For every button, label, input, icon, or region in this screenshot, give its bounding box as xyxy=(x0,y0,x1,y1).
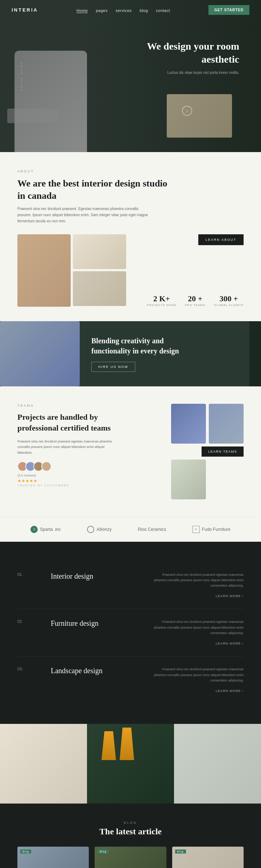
stat-clients-label: GLOBAL CLIENTS xyxy=(214,303,244,307)
partner-fudo: ✕ Fudo Furniture xyxy=(192,526,231,533)
team-photo-img-2 xyxy=(209,404,244,444)
hire-us-button[interactable]: HIRE US NOW xyxy=(91,362,135,372)
hero-table xyxy=(167,94,232,138)
service-desc-3: Praesent ulna nec tincidunt praesent ege… xyxy=(149,667,244,683)
partner-label-sparta: Sparta .inc xyxy=(40,527,61,532)
stat-projects-num: 2 K+ xyxy=(147,294,176,303)
gallery-lamp-scene xyxy=(87,724,174,804)
partner-icon-fudo: ✕ xyxy=(192,526,200,533)
service-num-2: 02. xyxy=(17,619,39,624)
teams-left: TEAMS Projects are handled by profession… xyxy=(17,404,160,499)
learn-about-button[interactable]: LEARN ABOUT xyxy=(198,234,244,245)
stat-projects-label: PROJECTS DONE xyxy=(147,303,176,307)
gallery-item-2 xyxy=(87,724,174,804)
team-photo-3 xyxy=(171,460,206,499)
service-right-1: Praesent ulna nec tincidunt praesent ege… xyxy=(149,572,244,599)
service-right-3: Praesent ulna nec tincidunt praesent ege… xyxy=(149,667,244,693)
service-right-2: Praesent ulna nec tincidunt praesent ege… xyxy=(149,619,244,646)
main-nav: INTERIA Home pages services blog contact… xyxy=(0,0,261,20)
service-num-1: 01. xyxy=(17,572,39,576)
partner-label-fudo: Fudo Furniture xyxy=(202,527,231,532)
blog-card-img-1: Blog xyxy=(17,847,89,868)
service-interior: 01. Interior design Praesent ulna nec ti… xyxy=(17,562,244,609)
about-right-content: LEARN ABOUT 2 K+ PROJECTS DONE 20 + PRO … xyxy=(135,234,244,307)
stat-projects: 2 K+ PROJECTS DONE xyxy=(147,294,176,307)
nav-link-home[interactable]: Home xyxy=(76,8,88,13)
blend-section: Blending creativity and functionality in… xyxy=(0,321,261,386)
about-image-3 xyxy=(73,271,126,306)
trusted-label: TRUSTED BY CUSTOMERS xyxy=(17,484,160,487)
blog-card-1: Blog Some Ulceris Faucibus condui id orn… xyxy=(17,847,89,868)
teams-title: Projects are handled by professional cer… xyxy=(17,412,112,434)
gallery-img-3 xyxy=(174,724,261,804)
gallery-item-3 xyxy=(174,724,261,804)
service-name-2: Furniture design xyxy=(51,619,138,628)
partners-section: S Sparta .inc Allionzy Rios Ceramics ✕ F… xyxy=(0,517,261,542)
hero-section: INTERIA Home pages services blog contact… xyxy=(0,0,261,152)
chair-shape xyxy=(14,51,87,152)
lamp-shape-1 xyxy=(102,731,116,760)
gallery-img-1 xyxy=(0,724,87,804)
stat-clients: 300 + GLOBAL CLIENTS xyxy=(214,294,244,307)
nav-link-blog[interactable]: blog xyxy=(140,8,148,13)
gallery-item-1 xyxy=(0,724,87,804)
about-images-right-col xyxy=(73,234,126,307)
hero-chair-area xyxy=(0,22,94,152)
partner-label-allionzy: Allionzy xyxy=(96,527,111,532)
nav-cta-button[interactable]: GET STARTED xyxy=(208,5,249,15)
nav-link-pages[interactable]: pages xyxy=(96,8,107,13)
blog-grid: Blog Some Ulceris Faucibus condui id orn… xyxy=(17,847,244,868)
service-name-3: Landscape design xyxy=(51,667,138,675)
blog-tag-1: Blog xyxy=(20,850,31,854)
about-image-1 xyxy=(17,234,71,307)
service-num-3: 03. xyxy=(17,667,39,671)
nav-logo: INTERIA xyxy=(12,7,38,13)
blog-card-3: Blog Elit sed inortnare Consectetur dolo… xyxy=(172,847,244,868)
blend-image xyxy=(0,321,80,386)
team-photo-2 xyxy=(209,404,244,444)
service-learn-more-1[interactable]: LEARN MORE xyxy=(216,594,244,598)
about-description: Praesent ulna nec tincidunt praesent. Eg… xyxy=(17,206,148,224)
partner-label-rios: Rios Ceramics xyxy=(138,527,166,532)
avatar-4 xyxy=(41,461,51,471)
service-learn-more-2[interactable]: LEARN MORE xyxy=(216,642,244,645)
team-photo-img-1 xyxy=(171,404,206,444)
teams-right: LEARN TEAMS xyxy=(171,404,244,499)
blog-section: BLOG The latest article Blog Some Ulceri… xyxy=(0,804,261,868)
gallery-img-2 xyxy=(87,724,174,804)
about-title: We are the best interior design studio i… xyxy=(17,177,177,202)
blog-card-img-2: Blog xyxy=(95,847,166,868)
services-section: 01. Interior design Praesent ulna nec ti… xyxy=(0,542,261,724)
reviews-text: (4.5 reviews) xyxy=(17,474,160,477)
nav-link-contact[interactable]: contact xyxy=(156,8,170,13)
blend-content: Blending creativity and functionality in… xyxy=(80,321,249,386)
hero-title: We design your room aesthetic xyxy=(123,40,239,66)
team-photo-img-3 xyxy=(171,460,206,499)
stat-clients-num: 300 + xyxy=(214,294,244,303)
blog-label: BLOG xyxy=(17,821,244,825)
stat-teams: 20 + PRO TEAMS xyxy=(185,294,205,307)
about-label: ABOUT xyxy=(17,169,244,173)
stats-row: 2 K+ PROJECTS DONE 20 + PRO TEAMS 300 + … xyxy=(147,294,244,307)
team-btn-row: LEARN TEAMS xyxy=(171,446,244,457)
nav-links: Home pages services blog contact xyxy=(76,7,170,13)
teams-label: TEAMS xyxy=(17,404,160,407)
service-learn-more-3[interactable]: LEARN MORE xyxy=(216,689,244,693)
blog-card-2: Blog Euisces Ulceris feugiat ullamcorper… xyxy=(95,847,166,868)
partner-sparta: S Sparta .inc xyxy=(30,526,61,533)
stat-teams-num: 20 + xyxy=(185,294,205,303)
blog-tag-3: Blog xyxy=(175,850,186,854)
gallery-section xyxy=(0,724,261,804)
partner-icon-allionzy xyxy=(87,526,94,533)
learn-teams-button[interactable]: LEARN TEAMS xyxy=(202,446,244,457)
blog-tag-2: Blog xyxy=(98,850,108,854)
avatar-row xyxy=(17,461,160,471)
teams-description: Praesent ulna nec tincidunt praesent ege… xyxy=(17,439,119,456)
service-desc-2: Praesent ulna nec tincidunt praesent ege… xyxy=(149,619,244,636)
nav-link-services[interactable]: services xyxy=(116,8,132,13)
service-name-1: Interior design xyxy=(51,572,138,580)
blog-title: The latest article xyxy=(17,827,244,836)
partner-rios: Rios Ceramics xyxy=(138,527,166,532)
stars-rating: ★★★★★ xyxy=(17,478,160,484)
partner-icon-sparta: S xyxy=(30,526,38,533)
